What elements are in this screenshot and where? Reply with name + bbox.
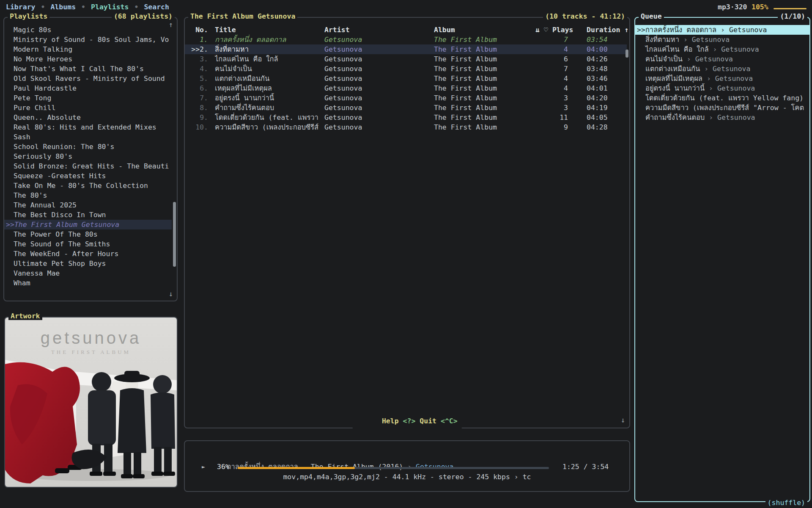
shuffle-mode-badge[interactable]: (shuffle) [765, 499, 807, 507]
track-row[interactable]: 3.ไกลแค่ไหน คือ ใกล้GetsunovaThe First A… [185, 54, 627, 64]
queue-item[interactable]: เหตุผลที่ไม่มีเหตุผล › Getsunova [635, 74, 809, 83]
playlist-item[interactable]: Sash [4, 132, 172, 142]
playlist-name: Modern Talking [14, 45, 72, 53]
nav-separator: • [41, 3, 45, 13]
playlist-name: Pure Chill [14, 104, 55, 112]
playlist-item[interactable]: Wham [4, 278, 172, 288]
playlists-scrollbar-thumb[interactable] [173, 202, 176, 267]
playlist-item[interactable]: The 80's [4, 190, 172, 200]
track-album: The First Album [434, 74, 535, 83]
cover-band-text: getsunova [41, 329, 142, 347]
playlist-item[interactable]: Ultimate Pet Shop Boys [4, 259, 172, 268]
queue-item[interactable]: >>กาลครั้งหนึ่ง ตลอดกาล › Getsunova [635, 25, 809, 35]
track-plays: 4 [535, 83, 587, 93]
track-row[interactable]: 9.โดดเดี่ยวด้วยกัน (feat. แพรวาGetsunova… [185, 113, 627, 122]
volume-bar[interactable] [774, 8, 807, 9]
tracklist-scrollbar-thumb[interactable] [625, 50, 628, 58]
queue-item[interactable]: โดดเดี่ยวด้วยกัน (feat. แพรวา Yellow fan… [635, 93, 809, 103]
column-artist: Artist [324, 25, 434, 35]
playlist-item[interactable]: Take On Me - 80's The Collection [4, 181, 172, 190]
playlist-item[interactable]: Now That's What I Call The 80's [4, 64, 172, 74]
track-plays: 11 [535, 113, 587, 122]
help-key[interactable]: <?> [403, 417, 416, 425]
sort-icon[interactable]: ⇊ [535, 25, 540, 35]
playlist-item[interactable]: Seriously 80's [4, 152, 172, 161]
queue-item[interactable]: แตกต่างเหมือนกัน › Getsunova [635, 64, 809, 74]
tracklist-scroll-down-icon[interactable]: ↓ [621, 416, 625, 424]
playlist-item[interactable]: Modern Talking [4, 44, 172, 54]
playlist-item[interactable]: Magic 80s [4, 25, 172, 35]
queue-track-title: เหตุผลที่ไม่มีเหตุผล [645, 75, 702, 83]
playlist-item[interactable]: Paul Hardcastle [4, 83, 172, 93]
playlist-item[interactable]: Queen.. Absolute [4, 113, 172, 122]
track-row[interactable]: 7.อยู่ตรงนี้ นานกว่านี้GetsunovaThe Firs… [185, 93, 627, 103]
playlist-item[interactable]: The Power Of The 80s [4, 229, 172, 239]
playlist-name: The WeekEnd - After Hours [14, 250, 118, 258]
playlist-name: Squeeze -Greatest Hits [14, 172, 106, 180]
queue-item[interactable]: คนไม่จำเป็น › Getsunova [635, 54, 809, 64]
track-title: แตกต่างเหมือนกัน [215, 74, 324, 83]
quit-key[interactable]: <^C> [441, 417, 458, 425]
queue-count: (1/10) [778, 12, 807, 20]
track-plays: 7 [535, 35, 587, 44]
playlist-item[interactable]: Squeeze -Greatest Hits [4, 171, 172, 181]
queue-item[interactable]: ความมืดสีขาว (เพลงประกอบซีรีส์ "Arrow - … [635, 103, 809, 113]
cover-album-text: THE FIRST ALBUM [51, 349, 131, 355]
playlist-item[interactable]: Pure Chill [4, 103, 172, 113]
queue-separator: › [705, 84, 717, 92]
track-artist: Getsunova [324, 113, 434, 122]
playlist-item[interactable]: Pete Tong [4, 93, 172, 103]
playlist-item[interactable]: The Annual 2025 [4, 200, 172, 210]
playlist-item[interactable]: Real 80's: Hits and Extended Mixes [4, 122, 172, 132]
track-row[interactable]: 8.คำถามซึ่งไร้คนตอบGetsunovaThe First Al… [185, 103, 627, 113]
playlist-item[interactable]: School Reunion: The 80's [4, 142, 172, 152]
playlist-item[interactable]: Ministry of Sound - 80s Soul Jams, Vo [4, 35, 172, 44]
track-row[interactable]: >>2.สิ่งที่ตามหาGetsunovaThe First Album… [185, 44, 627, 54]
playlist-name: School Reunion: The 80's [14, 143, 114, 151]
queue-selected-prefix: >> [637, 26, 645, 34]
top-nav: Library•Albums•Playlists•Search [6, 3, 169, 13]
track-row[interactable]: 6.เหตุผลที่ไม่มีเหตุผลGetsunovaThe First… [185, 83, 627, 93]
heart-icon[interactable]: ♡ [544, 25, 548, 35]
queue-track-artist: Getsunova [717, 84, 755, 92]
track-duration: 04:00 [587, 44, 628, 54]
scroll-down-icon[interactable]: ↓ [169, 290, 173, 298]
nav-library[interactable]: Library [6, 3, 36, 13]
nav-albums[interactable]: Albums [50, 3, 76, 13]
queue-item[interactable]: ไกลแค่ไหน คือ ใกล้ › Getsunova [635, 44, 809, 54]
queue-item[interactable]: อยู่ตรงนี้ นานกว่านี้ › Getsunova [635, 83, 809, 93]
track-album: The First Album [434, 44, 535, 54]
track-row[interactable]: 4.คนไม่จำเป็นGetsunovaThe First Album703… [185, 64, 627, 74]
playlist-item[interactable]: Solid Bronze: Great Hits - The Beauti [4, 161, 172, 171]
queue-panel-title: Queue [639, 12, 664, 20]
track-plays: 4 [535, 44, 587, 54]
nav-playlists[interactable]: Playlists [91, 3, 129, 13]
playlist-item[interactable]: The Best Disco In Town [4, 210, 172, 220]
playlist-item[interactable]: Old Skool Ravers - Ministry of Sound [4, 74, 172, 83]
playlist-name: Queen.. Absolute [14, 113, 81, 121]
track-artist: Getsunova [324, 93, 434, 103]
track-number: 1. [189, 35, 215, 44]
track-title: กาลครั้งหนึ่ง ตลอดกาล [215, 35, 324, 44]
queue-panel: Queue (1/10) >>กาลครั้งหนึ่ง ตลอดกาล › G… [634, 17, 810, 502]
track-row[interactable]: 5.แตกต่างเหมือนกันGetsunovaThe First Alb… [185, 74, 627, 83]
playlist-item[interactable]: No More Heroes [4, 54, 172, 64]
playlist-item[interactable]: >>The First Album Getsunova [4, 220, 172, 229]
playlist-item[interactable]: Vanessa Mae [4, 268, 172, 278]
track-album: The First Album [434, 113, 535, 122]
playlist-name: Paul Hardcastle [14, 84, 77, 92]
queue-track-title: คนไม่จำเป็น [645, 55, 683, 63]
track-number: 6. [189, 83, 215, 93]
playlist-item[interactable]: The WeekEnd - After Hours [4, 249, 172, 259]
queue-list: >>กาลครั้งหนึ่ง ตลอดกาล › Getsunovaสิ่งท… [635, 25, 809, 122]
tracklist-count: (10 tracks - 41:12) [543, 12, 627, 20]
nav-search[interactable]: Search [144, 3, 169, 13]
playlists-panel-title: Playlists [8, 12, 49, 20]
queue-item[interactable]: คำถามซึ่งไร้คนตอบ › Getsunova [635, 113, 809, 122]
track-row[interactable]: 10.ความมืดสีขาว (เพลงประกอบซีรีส์Getsuno… [185, 122, 627, 132]
progress-bar[interactable] [238, 467, 549, 469]
queue-item[interactable]: สิ่งที่ตามหา › Getsunova [635, 35, 809, 44]
playlist-item[interactable]: The Sound of The Smiths [4, 239, 172, 249]
track-row[interactable]: 1.กาลครั้งหนึ่ง ตลอดกาลGetsunovaThe Firs… [185, 35, 627, 44]
play-status-icon[interactable]: ► [202, 464, 205, 470]
